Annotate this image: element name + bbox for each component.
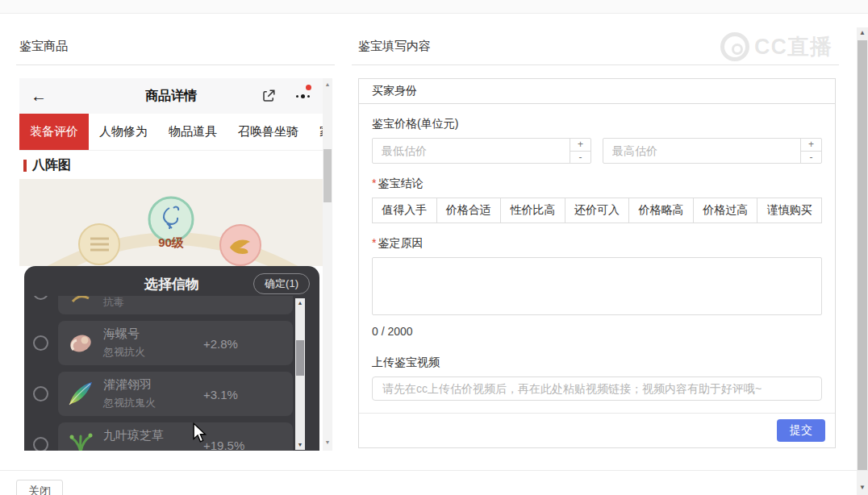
confirm-button[interactable]: 确定(1) — [253, 273, 310, 294]
video-link-input[interactable] — [372, 376, 822, 401]
radio-button[interactable] — [33, 386, 48, 401]
level-badge: 90级 — [152, 235, 190, 251]
notification-red-dot — [306, 85, 311, 90]
form-footer: 提交 — [359, 413, 835, 447]
token-bonus: +2.8% — [203, 336, 238, 350]
bazhentu-section-header: 八阵图 — [19, 151, 323, 180]
token-desc: 抗毒 — [103, 296, 124, 310]
cc-watermark: CC直播 — [720, 29, 849, 64]
list-item-conch[interactable]: 海螺号 忽视抗火 +2.8% — [24, 321, 308, 365]
token-bonus: +3.1% — [203, 387, 238, 401]
token-desc: 忽视抗火 — [103, 345, 145, 360]
scroll-up-icon[interactable]: ▲ — [295, 298, 305, 308]
tab-items-props[interactable]: 物品道具 — [158, 114, 227, 150]
formation-graphic — [19, 179, 323, 266]
plant-icon — [66, 430, 95, 451]
scroll-down-icon[interactable]: ▼ — [857, 482, 868, 493]
price-label: 鉴宝价格(单位元) — [372, 117, 822, 130]
preview-panel-scrollbar[interactable]: ▲ ▼ — [323, 78, 332, 451]
token-name: 海螺号 — [103, 327, 140, 342]
video-label: 上传鉴宝视频 — [372, 356, 822, 368]
tab-character-cultivation[interactable]: 人物修为 — [89, 114, 158, 150]
list-item-partial[interactable]: 抗毒 — [24, 296, 308, 314]
scroll-down-icon[interactable]: ▼ — [323, 438, 332, 447]
min-price-input[interactable] — [373, 139, 578, 163]
increase-icon[interactable]: + — [570, 139, 590, 152]
phone-header-title: 商品详情 — [19, 78, 323, 114]
bottom-divider — [0, 470, 868, 471]
scrollbar-thumb[interactable] — [323, 149, 332, 202]
option-worth-buying[interactable]: 值得入手 — [372, 198, 437, 223]
left-panel-title: 鉴宝商品 — [19, 39, 68, 54]
right-title-divider — [352, 64, 839, 65]
list-item-feather[interactable]: 灌灌翎羽 忽视抗鬼火 +3.1% — [24, 372, 308, 416]
token-name: 灌灌翎羽 — [103, 377, 152, 393]
option-bargain-ok[interactable]: 还价可入 — [565, 198, 630, 223]
option-too-high[interactable]: 价格过高 — [693, 198, 758, 223]
radio-button[interactable] — [33, 335, 48, 351]
required-asterisk: * — [372, 177, 376, 189]
token-desc: 忽视抗鬼火 — [103, 396, 156, 410]
tab-summon-mounts[interactable]: 召唤兽坐骑 — [227, 114, 309, 150]
char-counter: 0 / 2000 — [372, 325, 822, 338]
crane-node-icon — [149, 198, 193, 241]
more-menu-icon[interactable] — [296, 94, 310, 98]
page-scrollbar[interactable]: ▲ ▼ — [857, 27, 868, 495]
bazhentu-title: 八阵图 — [32, 157, 71, 174]
token-list: 抗毒 海螺号 忽视抗火 +2.8% — [24, 296, 308, 451]
max-price-field: + - — [603, 138, 822, 164]
phone-header: ← 商品详情 — [19, 78, 323, 114]
cc-swirl-icon — [720, 32, 749, 61]
appraisal-form: 买家身份 鉴宝价格(单位元) + - + - — [358, 78, 836, 448]
min-price-field: + - — [372, 138, 591, 164]
token-select-overlay: 选择信物 确定(1) 抗毒 — [24, 266, 319, 451]
conclusion-label: *鉴宝结论 — [372, 177, 822, 189]
reason-label: *鉴定原因 — [372, 236, 822, 249]
option-slightly-high[interactable]: 价格略高 — [628, 198, 694, 223]
tab-equipment-review[interactable]: 装备评价 — [19, 114, 89, 150]
conch-icon — [66, 328, 95, 357]
list-item-plant[interactable]: 九叶琼芝草 +19.5% — [24, 422, 308, 451]
product-preview-panel: ← 商品详情 装备评价 人物修为 物品道具 召唤兽坐骑 家园养育 八阵图 — [19, 78, 323, 451]
option-fair-price[interactable]: 价格合适 — [436, 198, 502, 223]
token-icon — [66, 296, 95, 306]
min-price-spinner: + - — [570, 139, 590, 163]
section-red-bar — [23, 160, 27, 172]
submit-button[interactable]: 提交 — [777, 419, 825, 442]
scroll-down-icon[interactable]: ▼ — [295, 440, 305, 450]
token-bonus: +19.5% — [203, 438, 244, 451]
product-tabbar: 装备评价 人物修为 物品道具 召唤兽坐骑 家园养育 — [19, 114, 323, 151]
scroll-up-icon[interactable]: ▲ — [323, 80, 332, 89]
left-title-divider — [16, 64, 335, 65]
formation-scene: 90级 — [19, 179, 323, 266]
increase-icon[interactable]: + — [801, 139, 821, 152]
max-price-spinner: + - — [800, 139, 821, 163]
scroll-up-icon[interactable]: ▲ — [857, 27, 868, 39]
scrollbar-thumb[interactable] — [858, 40, 867, 471]
token-list-scrollbar[interactable]: ▲ ▼ — [295, 298, 305, 450]
option-good-value[interactable]: 性价比高 — [500, 198, 565, 223]
buyer-identity-header[interactable]: 买家身份 — [359, 79, 835, 104]
reason-textarea[interactable] — [372, 257, 822, 315]
required-asterisk: * — [372, 236, 376, 249]
feather-icon — [66, 379, 95, 408]
close-button[interactable]: 关闭 — [16, 480, 63, 495]
appraisal-dialog: 鉴宝商品 鉴宝填写内容 CC直播 ← 商品详情 装备评价 人物修为 物 — [0, 0, 868, 495]
max-price-input[interactable] — [603, 139, 808, 163]
decrease-icon[interactable]: - — [570, 152, 590, 164]
cc-watermark-text: CC直播 — [754, 32, 833, 61]
radio-button[interactable] — [33, 296, 48, 300]
option-buy-cautiously[interactable]: 谨慎购买 — [757, 198, 822, 223]
radio-button[interactable] — [33, 437, 48, 451]
share-icon[interactable] — [261, 89, 276, 103]
tab-home-raising[interactable]: 家园养育 — [309, 114, 323, 150]
decrease-icon[interactable]: - — [801, 152, 821, 164]
conclusion-options: 值得入手 价格合适 性价比高 还价可入 价格略高 价格过高 谨慎购买 — [372, 198, 822, 223]
token-name: 九叶琼芝草 — [103, 428, 164, 443]
back-arrow-icon[interactable]: ← — [31, 85, 47, 106]
right-panel-title: 鉴宝填写内容 — [358, 39, 431, 54]
top-strip — [0, 0, 868, 14]
scrollbar-thumb[interactable] — [296, 340, 304, 376]
